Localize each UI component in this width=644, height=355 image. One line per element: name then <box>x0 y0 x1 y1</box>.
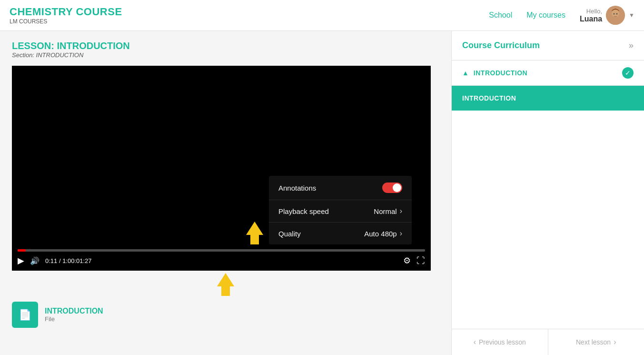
controls-row: ▶ 🔊 0:11 / 1:00:01:27 ⚙ ⛶ <box>18 255 425 266</box>
next-lesson-button[interactable]: Next lesson › <box>548 329 644 355</box>
annotations-label: Annotations <box>278 184 316 192</box>
arrow-up-triangle <box>246 222 263 235</box>
yellow-arrow-bottom-container <box>12 271 439 290</box>
playback-speed-label: Playback speed <box>278 207 329 215</box>
file-info: INTRODUCTION File <box>45 307 103 323</box>
arrow-shaft <box>250 235 259 244</box>
svg-point-1 <box>612 10 619 17</box>
arrow-shaft-bottom <box>221 286 230 296</box>
volume-button[interactable]: 🔊 <box>30 256 40 265</box>
toggle-knob <box>393 183 401 192</box>
lesson-header: Lesson: INTRODUCTION Section: INTRODUCTI… <box>12 41 439 59</box>
next-chevron-icon: › <box>614 338 616 346</box>
chevron-right-quality-icon: › <box>400 229 402 238</box>
prev-chevron-icon: ‹ <box>474 338 476 346</box>
lesson-label: Lesson: <box>12 41 54 51</box>
quality-label: Quality <box>278 230 301 238</box>
settings-popup: Annotations Playback speed Normal › Qual… <box>269 176 412 244</box>
next-label: Next lesson <box>576 338 611 346</box>
lesson-name: INTRODUCTION <box>57 41 129 51</box>
settings-quality-row[interactable]: Quality Auto 480p › <box>269 223 412 244</box>
lesson-title: Lesson: INTRODUCTION <box>12 41 439 51</box>
svg-point-2 <box>614 13 615 15</box>
yellow-arrow-up <box>246 222 263 244</box>
avatar <box>606 6 625 25</box>
play-button[interactable]: ▶ <box>18 255 24 266</box>
playback-speed-value: Normal › <box>374 207 402 215</box>
section-title: INTRODUCTION <box>474 69 527 77</box>
user-hello: Hello, <box>580 8 602 15</box>
video-player[interactable]: Annotations Playback speed Normal › Qual… <box>12 66 431 271</box>
sidebar-header: Course Curriculum » <box>452 31 644 61</box>
section-complete-check: ✓ <box>622 67 634 79</box>
previous-lesson-button[interactable]: ‹ Previous lesson <box>452 329 548 355</box>
file-icon: 📄 <box>12 302 38 328</box>
sidebar: Course Curriculum » ▲ INTRODUCTION ✓ INT… <box>451 31 644 355</box>
sidebar-footer: ‹ Previous lesson Next lesson › <box>452 329 644 355</box>
file-type: File <box>45 315 103 323</box>
arrow-up-bottom <box>217 273 234 286</box>
main-layout: Lesson: INTRODUCTION Section: INTRODUCTI… <box>0 31 644 355</box>
sidebar-lesson-item[interactable]: INTRODUCTION <box>452 86 644 111</box>
prev-label: Previous lesson <box>479 338 526 346</box>
section-label: Section: <box>12 51 34 59</box>
course-title: CHEMISTRY COURSE <box>10 6 122 18</box>
quality-value: Auto 480p › <box>364 229 402 238</box>
svg-point-3 <box>616 13 618 15</box>
nav-school[interactable]: School <box>489 11 512 20</box>
user-menu[interactable]: Hello, Luana ▼ <box>580 6 634 25</box>
sidebar-content: ▲ INTRODUCTION ✓ INTRODUCTION <box>452 61 644 329</box>
user-name: Luana <box>580 15 602 23</box>
annotations-toggle[interactable] <box>382 183 402 193</box>
lesson-section: Section: INTRODUCTION <box>12 51 439 59</box>
video-controls: ▶ 🔊 0:11 / 1:00:01:27 ⚙ ⛶ <box>12 244 431 271</box>
expand-icon[interactable]: » <box>629 41 634 51</box>
settings-annotations-row: Annotations <box>269 176 412 200</box>
chevron-right-icon: › <box>400 207 402 215</box>
controls-left: ▶ 🔊 0:11 / 1:00:01:27 <box>18 255 92 266</box>
controls-right: ⚙ ⛶ <box>403 255 425 266</box>
sidebar-title: Course Curriculum <box>462 41 540 51</box>
header: CHEMISTRY COURSE LM COURSES School My co… <box>0 0 644 31</box>
settings-button[interactable]: ⚙ <box>403 255 411 266</box>
file-attachment[interactable]: 📄 INTRODUCTION File <box>12 302 439 328</box>
course-subtitle: LM COURSES <box>10 18 122 25</box>
progress-fill <box>18 249 26 252</box>
section-header[interactable]: ▲ INTRODUCTION ✓ <box>452 61 644 86</box>
time-display: 0:11 / 1:00:01:27 <box>45 257 92 264</box>
nav-my-courses[interactable]: My courses <box>526 11 565 20</box>
progress-bar[interactable] <box>18 249 425 252</box>
section-header-left: ▲ INTRODUCTION <box>462 69 527 77</box>
section-chevron-icon: ▲ <box>462 69 469 77</box>
content-area: Lesson: INTRODUCTION Section: INTRODUCTI… <box>0 31 451 355</box>
section-name: INTRODUCTION <box>36 51 84 59</box>
header-brand: CHEMISTRY COURSE LM COURSES <box>10 6 122 25</box>
chevron-down-icon: ▼ <box>629 12 634 19</box>
settings-speed-row[interactable]: Playback speed Normal › <box>269 200 412 223</box>
file-title: INTRODUCTION <box>45 307 103 315</box>
fullscreen-button[interactable]: ⛶ <box>416 256 425 266</box>
file-type-icon: 📄 <box>19 309 31 321</box>
yellow-arrow-bottom <box>217 273 234 296</box>
header-nav: School My courses Hello, Luana ▼ <box>489 6 634 25</box>
